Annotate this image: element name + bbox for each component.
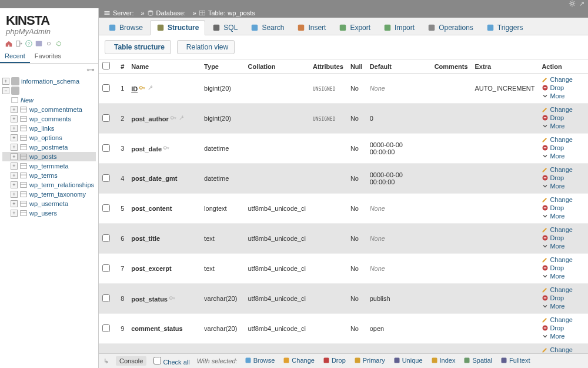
tab-operations[interactable]: Operations xyxy=(422,20,479,35)
column-name[interactable]: post_content xyxy=(131,205,172,212)
row-checkbox[interactable] xyxy=(102,204,110,212)
column-name[interactable]: post_date_gmt xyxy=(131,175,177,182)
drop-action[interactable]: Drop xyxy=(542,174,564,181)
console-button[interactable]: Console xyxy=(116,356,146,366)
drop-action[interactable]: Drop xyxy=(542,294,564,301)
bulk-index-action[interactable]: Index xyxy=(431,357,456,364)
docs-icon[interactable]: ? xyxy=(25,39,33,48)
expand-icon[interactable]: + xyxy=(11,163,18,170)
change-action[interactable]: Change xyxy=(542,196,573,203)
more-action[interactable]: More xyxy=(542,183,564,190)
expand-icon[interactable]: + xyxy=(11,106,18,113)
bulk-spatial-action[interactable]: Spatial xyxy=(463,357,492,364)
tab-sql[interactable]: SQL xyxy=(206,20,243,35)
bulk-primary-action[interactable]: Primary xyxy=(354,357,385,364)
more-action[interactable]: More xyxy=(542,333,564,340)
logout-icon[interactable] xyxy=(15,39,23,48)
bulk-browse-action[interactable]: Browse xyxy=(245,357,275,364)
tree-table-wp_termmeta[interactable]: wp_termmeta xyxy=(29,163,69,170)
col-null-header[interactable]: Null xyxy=(347,59,366,74)
tab-export[interactable]: Export xyxy=(333,20,376,35)
col-extra-header[interactable]: Extra xyxy=(472,59,539,74)
check-all-checkbox[interactable] xyxy=(153,357,161,364)
tab-structure[interactable]: Structure xyxy=(150,20,205,35)
change-action[interactable]: Change xyxy=(542,286,573,293)
expand-icon[interactable]: + xyxy=(11,115,18,122)
row-checkbox[interactable] xyxy=(102,144,110,152)
tab-insert[interactable]: Insert xyxy=(291,20,332,35)
drop-action[interactable]: Drop xyxy=(542,114,564,121)
more-action[interactable]: More xyxy=(542,243,564,250)
col-attr-header[interactable]: Attributes xyxy=(309,59,347,74)
expand-icon[interactable]: + xyxy=(11,191,18,198)
column-name[interactable]: comment_status xyxy=(131,325,182,332)
more-action[interactable]: More xyxy=(542,213,564,220)
more-action[interactable]: More xyxy=(542,303,564,310)
col-default-header[interactable]: Default xyxy=(366,59,431,74)
expand-icon[interactable]: + xyxy=(11,125,18,132)
expand-icon[interactable]: + xyxy=(11,181,18,188)
subtab-table-structure[interactable]: Table structure xyxy=(105,40,171,54)
expand-icon[interactable]: + xyxy=(11,144,18,151)
bulk-drop-action[interactable]: Drop xyxy=(323,357,346,364)
tree-new-table[interactable]: New xyxy=(21,97,34,104)
change-action[interactable]: Change xyxy=(542,76,573,83)
tab-triggers[interactable]: Triggers xyxy=(480,20,529,35)
drop-action[interactable]: Drop xyxy=(542,324,564,331)
drop-action[interactable]: Drop xyxy=(542,84,564,91)
tree-table-wp_users[interactable]: wp_users xyxy=(29,210,57,217)
change-action[interactable]: Change xyxy=(542,106,573,113)
col-name-header[interactable]: Name xyxy=(128,59,201,74)
home-icon[interactable] xyxy=(5,39,13,48)
tree-table-wp_comments[interactable]: wp_comments xyxy=(29,115,71,122)
tab-recent[interactable]: Recent xyxy=(0,50,30,63)
column-name[interactable]: post_title xyxy=(131,235,160,242)
more-action[interactable]: More xyxy=(542,273,564,280)
check-all-header[interactable] xyxy=(102,62,110,69)
tree-table-wp_posts[interactable]: wp_posts xyxy=(29,153,56,160)
bulk-unique-action[interactable]: Unique xyxy=(393,357,423,364)
col-num-header[interactable]: # xyxy=(113,59,128,74)
gear-icon[interactable] xyxy=(569,0,576,8)
expand-icon[interactable]: − xyxy=(2,87,9,94)
expand-icon[interactable]: + xyxy=(11,200,18,207)
check-all-label[interactable]: Check all xyxy=(153,357,189,366)
drop-action[interactable]: Drop xyxy=(542,204,564,211)
exit-icon[interactable]: ↗ xyxy=(579,0,584,8)
column-name[interactable]: post_status xyxy=(131,296,168,303)
row-checkbox[interactable] xyxy=(102,324,110,332)
drop-action[interactable]: Drop xyxy=(542,264,564,271)
tree-table-wp_postmeta[interactable]: wp_postmeta xyxy=(29,144,68,151)
row-checkbox[interactable] xyxy=(102,84,110,92)
expand-icon[interactable]: + xyxy=(11,153,18,160)
row-checkbox[interactable] xyxy=(102,114,110,122)
tab-browse[interactable]: Browse xyxy=(102,20,149,35)
col-collation-header[interactable]: Collation xyxy=(244,59,309,74)
expand-icon[interactable]: + xyxy=(11,172,18,179)
change-action[interactable]: Change xyxy=(542,136,573,143)
change-action[interactable]: Change xyxy=(542,316,573,323)
column-name[interactable]: post_author xyxy=(131,115,169,122)
sql-icon[interactable] xyxy=(35,39,43,48)
tree-table-wp_commentmeta[interactable]: wp_commentmeta xyxy=(29,106,82,113)
column-name[interactable]: post_excerpt xyxy=(131,265,171,272)
expand-icon[interactable]: + xyxy=(11,210,18,217)
row-checkbox[interactable] xyxy=(102,234,110,242)
expand-icon[interactable]: + xyxy=(2,78,9,85)
drop-action[interactable]: Drop xyxy=(542,144,564,151)
collapse-icon[interactable]: ⊶ xyxy=(0,64,98,75)
row-checkbox[interactable] xyxy=(102,264,110,272)
row-checkbox[interactable] xyxy=(102,294,110,302)
col-type-header[interactable]: Type xyxy=(201,59,244,74)
tree-table-wp_terms[interactable]: wp_terms xyxy=(29,172,58,179)
change-action[interactable]: Change xyxy=(542,256,573,263)
subtab-relation-view[interactable]: Relation view xyxy=(177,40,235,54)
change-action[interactable]: Change xyxy=(542,346,573,353)
tree-database[interactable]: information_schema xyxy=(21,78,79,85)
bulk-change-action[interactable]: Change xyxy=(283,357,315,364)
reload-icon[interactable] xyxy=(55,39,63,48)
col-comments-header[interactable]: Comments xyxy=(431,59,472,74)
bulk-fulltext-action[interactable]: Fulltext xyxy=(500,357,530,364)
settings-icon[interactable] xyxy=(45,39,53,48)
tree-table-wp_options[interactable]: wp_options xyxy=(29,134,62,141)
